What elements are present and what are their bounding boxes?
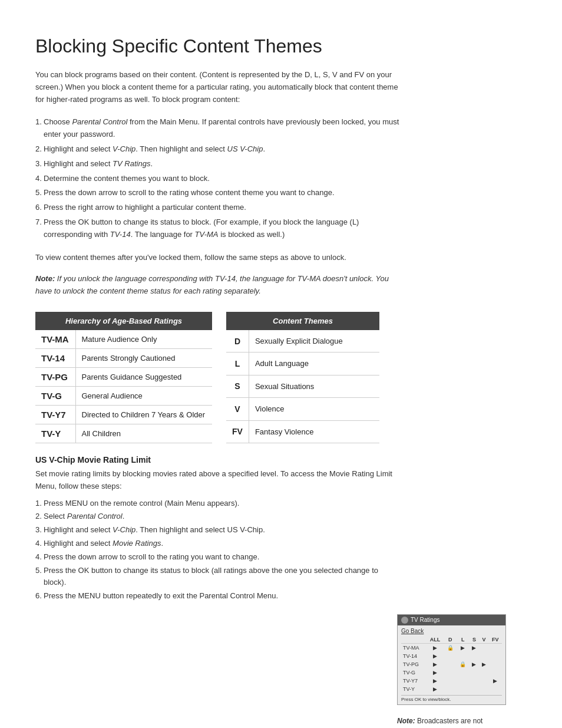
rating-code: TV-Y xyxy=(35,424,75,443)
theme-desc: Violence xyxy=(249,398,379,420)
content-themes-table: Content Themes D Sexually Explicit Dialo… xyxy=(226,312,379,443)
rating-desc: All Children xyxy=(75,424,212,443)
rating-code: TV-14 xyxy=(35,348,75,367)
theme-code: V xyxy=(226,398,249,420)
table-row: TV-MA Mature Audience Only xyxy=(35,330,212,349)
list-item: 4. Press the down arrow to scroll to the… xyxy=(35,551,401,564)
widget-title: TV Ratings xyxy=(411,617,439,623)
list-item: 5. Press the down arrow to scroll to the… xyxy=(35,187,401,199)
tables-section: Hierarchy of Age-Based Ratings TV-MA Mat… xyxy=(35,312,401,443)
list-item: 4. Highlight and select Movie Ratings. xyxy=(35,538,401,550)
table-row: TV-PG Parents Guidance Suggested xyxy=(35,367,212,386)
theme-code: D xyxy=(226,330,249,353)
hierarchy-table: Hierarchy of Age-Based Ratings TV-MA Mat… xyxy=(35,312,212,443)
table-row: TV-G ▶ xyxy=(401,668,502,677)
steps-list: 1. Choose Parental Control from the Main… xyxy=(35,116,401,241)
sidebar: TV Ratings Go Back ALL D L S V FV xyxy=(397,608,527,728)
table-row: FV Fantasy Violence xyxy=(226,420,379,443)
list-item: 2. Select Parental Control. xyxy=(35,510,401,523)
list-item: 6. Press the right arrow to highlight a … xyxy=(35,202,401,214)
rating-code: TV-PG xyxy=(35,367,75,386)
unlock-paragraph: To view content themes after you've lock… xyxy=(35,252,401,264)
table-row: TV-Y7 Directed to Children 7 Years & Old… xyxy=(35,405,212,424)
widget-icon xyxy=(401,617,408,624)
rating-code: TV-G xyxy=(35,386,75,405)
widget-go-back: Go Back xyxy=(401,628,502,634)
list-item: 6. Press the MENU button repeatedly to e… xyxy=(35,590,401,602)
list-item: 3. Highlight and select V-Chip. Then hig… xyxy=(35,524,401,536)
intro-paragraph: You can block programs based on their co… xyxy=(35,69,401,106)
list-item: 2. Highlight and select V-Chip. Then hig… xyxy=(35,143,401,156)
rating-desc: Parents Guidance Suggested xyxy=(75,367,212,386)
rating-desc: Directed to Children 7 Years & Older xyxy=(75,405,212,424)
list-item: 1. Choose Parental Control from the Main… xyxy=(35,116,401,141)
widget-press-ok: Press OK to view/block. xyxy=(401,695,502,702)
note-paragraph: Note: If you unlock the language corresp… xyxy=(35,273,401,298)
table-row: TV-PG ▶ 🔒 ▶ ▶ xyxy=(401,660,502,668)
table-row: TV-Y ▶ xyxy=(401,685,502,693)
tv-ratings-widget: TV Ratings Go Back ALL D L S V FV xyxy=(397,614,506,705)
rating-code: TV-Y7 xyxy=(35,405,75,424)
rating-code: TV-MA xyxy=(35,330,75,349)
table-row: S Sexual Situations xyxy=(226,375,379,397)
table-row: TV-MA ▶ 🔒 ▶ ▶ xyxy=(401,643,502,652)
theme-desc: Adult Language xyxy=(249,353,379,375)
theme-code: S xyxy=(226,375,249,397)
theme-desc: Fantasy Violence xyxy=(249,420,379,443)
table-row: D Sexually Explicit Dialogue xyxy=(226,330,379,353)
movie-steps-list: 1. Press MENU on the remote control (Mai… xyxy=(35,498,401,602)
widget-title-bar: TV Ratings xyxy=(398,615,505,625)
table-row: V Violence xyxy=(226,398,379,420)
theme-desc: Sexual Situations xyxy=(249,375,379,397)
list-item: 1. Press MENU on the remote control (Mai… xyxy=(35,498,401,510)
hierarchy-table-header: Hierarchy of Age-Based Ratings xyxy=(35,312,212,330)
list-item: 4. Determine the content themes you want… xyxy=(35,173,401,185)
rating-desc: Mature Audience Only xyxy=(75,330,212,349)
theme-code: FV xyxy=(226,420,249,443)
us-vchip-section: US V-Chip Movie Rating Limit Set movie r… xyxy=(35,455,401,602)
rating-desc: General Audience xyxy=(75,386,212,405)
table-row: TV-Y All Children xyxy=(35,424,212,443)
table-row: TV-G General Audience xyxy=(35,386,212,405)
widget-body: Go Back ALL D L S V FV xyxy=(398,625,505,704)
table-row: TV-14 Parents Strongly Cautioned xyxy=(35,348,212,367)
page-title: Blocking Specific Content Themes xyxy=(35,35,401,57)
table-row: TV-Y7 ▶ ▶ xyxy=(401,677,502,685)
content-themes-table-header: Content Themes xyxy=(226,312,379,330)
sidebar-note: Note: Broadcasters are not required to p… xyxy=(397,716,506,728)
widget-table: ALL D L S V FV TV-MA ▶ 🔒 xyxy=(401,636,502,693)
list-item: 7. Press the OK button to change its sta… xyxy=(35,216,401,241)
us-vchip-intro: Set movie rating limits by blocking movi… xyxy=(35,468,401,493)
list-item: 5. Press the OK button to change its sta… xyxy=(35,565,401,589)
rating-desc: Parents Strongly Cautioned xyxy=(75,348,212,367)
theme-desc: Sexually Explicit Dialogue xyxy=(249,330,379,353)
table-row: L Adult Language xyxy=(226,353,379,375)
us-vchip-title: US V-Chip Movie Rating Limit xyxy=(35,455,401,465)
table-row: TV-14 ▶ xyxy=(401,652,502,660)
theme-code: L xyxy=(226,353,249,375)
list-item: 3. Highlight and select TV Ratings. xyxy=(35,158,401,170)
